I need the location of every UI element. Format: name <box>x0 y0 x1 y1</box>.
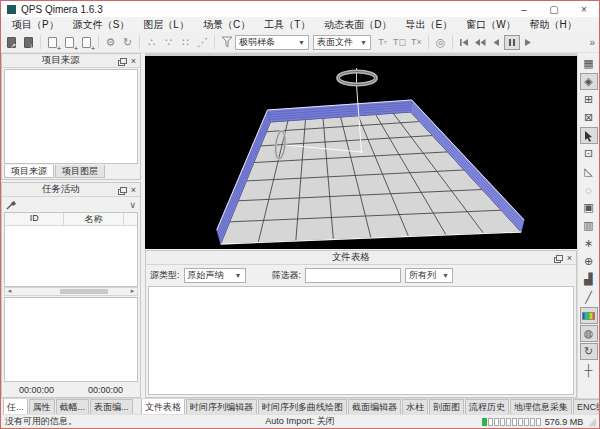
filter-funnel-icon[interactable] <box>218 34 235 51</box>
cursor-icon[interactable] <box>580 127 598 144</box>
slice-icon[interactable]: ▣ <box>580 199 598 216</box>
process-lines-icon[interactable]: ∵ <box>160 34 177 51</box>
memory-usage-meter <box>482 418 541 426</box>
process-points-icon[interactable]: ∴ <box>143 34 160 51</box>
filter-input[interactable] <box>305 268 401 283</box>
open-project-icon[interactable]: ↗ <box>3 34 20 51</box>
add-raw-sonar-icon[interactable]: + <box>44 34 61 51</box>
bottom-tab-4[interactable]: 水柱 <box>402 399 428 414</box>
bottom-tab-7[interactable]: 地理信息采集 <box>510 399 572 414</box>
column-header-name[interactable]: 名称 <box>64 213 123 225</box>
bottom-tab-0[interactable]: 文件表格 <box>141 398 185 414</box>
3d-viewport[interactable] <box>145 53 577 249</box>
maximize-button[interactable]: ▢ <box>539 1 569 17</box>
settings-gear-icon[interactable]: ⚙ <box>102 34 119 51</box>
pan-view-icon[interactable]: ▥ <box>580 217 598 234</box>
filter-profile-select[interactable]: 极弱样条 ▼ <box>235 35 309 50</box>
main-toolbar: ↗ ↓ + + + ⚙ ↻ ∴ ∵ ∷ ⋰ 极弱样条 ▼ 表面文件 ▼ T▫ T… <box>1 32 599 53</box>
chevron-down-icon[interactable]: ∨ <box>129 200 136 210</box>
sphere-icon[interactable]: ◍ <box>580 325 598 342</box>
grid-icon[interactable]: ▦ <box>580 55 598 72</box>
bottom-tab-1[interactable]: 时间序列编辑器 <box>186 399 257 414</box>
close-panel-icon[interactable]: × <box>131 56 136 66</box>
bottom-tab-3[interactable]: 截面编辑器 <box>348 399 401 414</box>
play-button[interactable] <box>520 35 536 50</box>
filter-clear-icon[interactable]: T× <box>408 34 425 51</box>
rotate-icon[interactable]: ↻ <box>580 343 598 360</box>
window-title: QPS Qimera 1.6.3 <box>21 4 509 15</box>
add-source-file-icon[interactable]: + <box>78 34 95 51</box>
gear-search-icon[interactable]: ◎ <box>432 34 449 51</box>
scroll-left-icon[interactable]: ◄ <box>5 288 14 294</box>
bottom-tab-5[interactable]: 剖面图 <box>429 399 464 414</box>
zoom-reset-icon[interactable]: ⊠ <box>580 109 598 126</box>
bottom-tab-8[interactable]: ENC编辑器 <box>573 399 599 414</box>
menu-item-3[interactable]: 场景（C） <box>196 18 257 32</box>
file-table-panel: 文件表格 × 源类型: 原始声纳 ▼ 筛选器: 所有列 ▼ <box>145 250 577 398</box>
globe-icon[interactable]: ⊕ <box>580 253 598 270</box>
filter-apply-icon[interactable]: T▫ <box>374 34 391 51</box>
close-button[interactable]: × <box>569 1 599 17</box>
zoom-window-icon[interactable]: ⊞ <box>580 91 598 108</box>
rewind-button[interactable] <box>472 35 488 50</box>
float-panel-icon[interactable] <box>120 187 127 193</box>
menu-item-5[interactable]: 动态表面（D） <box>317 18 398 32</box>
columns-select[interactable]: 所有列 ▼ <box>405 268 453 283</box>
menu-item-6[interactable]: 导出（E） <box>398 18 459 32</box>
menu-item-7[interactable]: 窗口（W） <box>459 18 522 32</box>
resize-grip-icon[interactable]: ◢ <box>588 416 597 427</box>
task-detail-area[interactable] <box>4 297 138 382</box>
scroll-right-icon[interactable]: ► <box>128 288 137 294</box>
point-select-icon[interactable]: ⊡ <box>580 145 598 162</box>
minimize-button[interactable]: – <box>509 1 539 17</box>
filter-box-icon[interactable]: T◻ <box>391 34 408 51</box>
splat-icon[interactable]: ∗ <box>580 235 598 252</box>
image-icon[interactable]: ▟ <box>580 271 598 288</box>
project-sources-tab-0[interactable]: 项目来源 <box>4 165 54 178</box>
surface-target-select[interactable]: 表面文件 ▼ <box>313 35 371 50</box>
step-back-button[interactable] <box>488 35 504 50</box>
task-table-body[interactable] <box>4 225 138 287</box>
menu-item-4[interactable]: 工具（T） <box>257 18 317 32</box>
move-icon[interactable]: ┼ <box>580 361 598 378</box>
layers-icon[interactable]: ◈ <box>580 73 598 90</box>
menu-item-8[interactable]: 帮助（H） <box>523 18 584 32</box>
process-grid-icon[interactable]: ∷ <box>177 34 194 51</box>
dock-tab-0[interactable]: 任... <box>3 398 28 414</box>
horizontal-scrollbar[interactable]: ◄ ► <box>4 287 138 296</box>
add-processed-file-icon[interactable]: + <box>61 34 78 51</box>
float-panel-icon[interactable] <box>556 255 563 261</box>
dock-tab-2[interactable]: 截幅... <box>56 399 90 414</box>
left-dock-column: 项目来源 × 项目来源项目图层 任务活动 × ∨ <box>1 53 141 398</box>
column-header-id[interactable]: ID <box>5 213 64 225</box>
project-sources-header: 项目来源 × <box>2 54 140 68</box>
measure-icon[interactable]: ╱ <box>580 289 598 306</box>
close-panel-icon[interactable]: × <box>567 253 572 263</box>
menu-item-2[interactable]: 图层（L） <box>136 18 196 32</box>
skip-start-button[interactable] <box>456 35 472 50</box>
float-panel-icon[interactable] <box>120 58 127 64</box>
bottom-tab-2[interactable]: 时间序列多曲线绘图 <box>258 399 347 414</box>
polygon-select-icon[interactable]: ◺ <box>580 163 598 180</box>
toolbar-overflow-button[interactable]: » <box>589 37 597 48</box>
project-sources-tab-1[interactable]: 项目图层 <box>55 165 105 178</box>
close-panel-icon[interactable]: × <box>131 185 136 195</box>
dock-tab-3[interactable]: 表面编... <box>90 399 133 414</box>
process-surface-icon[interactable]: ⋰ <box>194 34 211 51</box>
file-table-controls: 源类型: 原始声纳 ▼ 筛选器: 所有列 ▼ <box>146 265 576 286</box>
task-times: 00:00:00 00:00:00 <box>2 383 140 397</box>
dock-tab-1[interactable]: 属性 <box>29 399 55 414</box>
project-sources-list[interactable] <box>4 69 138 164</box>
menu-item-1[interactable]: 源文件（S） <box>66 18 137 32</box>
bottom-tab-6[interactable]: 流程历史 <box>465 399 509 414</box>
source-type-select[interactable]: 原始声纳 ▼ <box>184 268 246 283</box>
save-project-icon[interactable]: ↓ <box>20 34 37 51</box>
lasso-icon[interactable]: ◌ <box>580 181 598 198</box>
clear-jobs-icon[interactable] <box>6 196 17 214</box>
menu-item-0[interactable]: 项目（P） <box>5 18 66 32</box>
refresh-icon[interactable]: ↻ <box>119 34 136 51</box>
file-table-body[interactable] <box>148 286 574 395</box>
scrollbar-thumb[interactable] <box>60 289 108 294</box>
pause-button[interactable] <box>504 35 520 50</box>
colormap-icon[interactable] <box>580 307 598 324</box>
